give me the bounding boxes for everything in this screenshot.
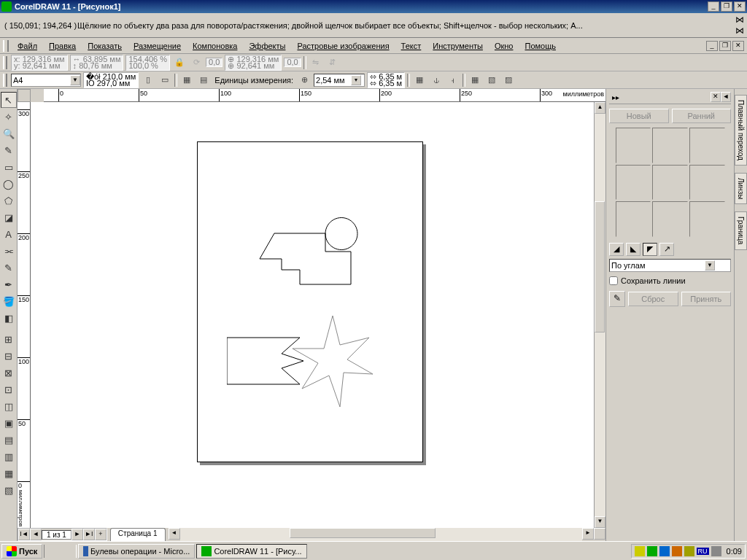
keep-lines-input[interactable]	[609, 276, 618, 285]
eyedropper-tool[interactable]: ✎	[1, 260, 17, 276]
eyedropper-button[interactable]: ✎	[609, 291, 625, 307]
taskbar-task-corel[interactable]: CorelDRAW 11 - [Рису...	[196, 544, 306, 559]
language-indicator[interactable]: RU	[697, 548, 709, 555]
clock[interactable]: 0:09	[724, 547, 742, 556]
paper-size-combo[interactable]: ▼	[11, 74, 81, 87]
menu-effects[interactable]: Эффекты	[243, 40, 291, 52]
scroll-up-button[interactable]: ▲	[595, 102, 605, 114]
opt2-button[interactable]: ▧	[484, 73, 499, 88]
tray-icon[interactable]	[711, 546, 721, 556]
dropdown-arrow-icon[interactable]: ▼	[705, 260, 715, 271]
next-page-button[interactable]: ►	[71, 529, 83, 540]
tray-icon[interactable]	[635, 546, 645, 556]
menu-edit[interactable]: Правка	[43, 40, 82, 52]
scroll-v-thumb[interactable]	[595, 201, 605, 332]
scroll-h-track[interactable]	[180, 528, 582, 541]
text-tool[interactable]: A	[1, 226, 17, 242]
apply-button[interactable]: Принять	[681, 292, 732, 306]
quicklaunch-item[interactable]	[61, 545, 74, 558]
page-tab[interactable]: Страница 1	[110, 528, 166, 541]
mdi-close-button[interactable]: ✕	[732, 41, 744, 51]
last-page-button[interactable]: ►I	[83, 529, 95, 540]
scrollbar-vertical[interactable]: ▲ ▼	[594, 102, 605, 528]
page-layout2-button[interactable]: ▤	[196, 73, 211, 88]
menu-help[interactable]: Помощь	[519, 40, 562, 52]
menu-tools[interactable]: Инструменты	[427, 40, 489, 52]
add-page-button[interactable]: +	[95, 529, 107, 540]
toolbar-grip[interactable]	[3, 56, 7, 69]
extra-tool-2[interactable]: ⊟	[1, 348, 17, 364]
landscape-button[interactable]: ▭	[158, 73, 172, 88]
extra-tool-3[interactable]: ⊠	[1, 365, 17, 381]
extra-tool-6[interactable]: ▣	[1, 415, 17, 431]
page-dimensions[interactable]: �ół 210,0 мм IŌ 297,0 мм	[83, 72, 139, 88]
corner-style-combo[interactable]: ▼	[609, 259, 731, 272]
drawing-viewport[interactable]	[31, 102, 594, 528]
close-button[interactable]: ✕	[734, 1, 746, 12]
portrait-button[interactable]: ▯	[141, 73, 155, 88]
freehand-tool[interactable]: ✎	[1, 142, 17, 158]
rectangle-tool[interactable]: ▭	[1, 159, 17, 175]
interactive-fill-tool[interactable]: ◧	[1, 310, 17, 326]
docker-early-button[interactable]: Ранний	[672, 109, 732, 123]
extra-tool-4[interactable]: ⊡	[1, 381, 17, 397]
menu-bitmaps[interactable]: Растровые изображения	[291, 40, 395, 52]
tray-icon[interactable]	[672, 546, 682, 556]
preset-cell[interactable]	[616, 128, 651, 163]
shape-combined-top[interactable]	[256, 215, 358, 288]
shape-tool[interactable]: ✧	[1, 109, 17, 125]
opt3-button[interactable]: ▨	[501, 73, 516, 88]
menu-file[interactable]: Файл	[12, 40, 43, 52]
preset-grid[interactable]	[616, 128, 725, 237]
bowtie-icon[interactable]: ⋈	[735, 15, 744, 25]
quicklaunch-item[interactable]	[47, 545, 60, 558]
docker-new-button[interactable]: Новый	[609, 109, 669, 123]
zoom-tool[interactable]: 🔍	[1, 125, 17, 141]
mdi-minimize-button[interactable]: _	[706, 41, 718, 51]
opt1-button[interactable]: ▦	[468, 73, 482, 88]
toolbar-grip[interactable]	[3, 40, 9, 52]
prev-page-button[interactable]: ◄	[30, 529, 42, 540]
taskbar-task-word[interactable]: Булевы операции - Micro...	[78, 544, 195, 559]
extra-tool-9[interactable]: ▦	[1, 465, 17, 481]
reset-button[interactable]: Сброс	[628, 292, 678, 306]
tray-icon[interactable]	[684, 546, 694, 556]
ruler-origin[interactable]	[18, 89, 31, 102]
menu-view[interactable]: Показать	[82, 40, 128, 52]
size-grip[interactable]	[594, 528, 605, 540]
extra-tool-7[interactable]: ▤	[1, 432, 17, 448]
shape-star[interactable]	[289, 316, 376, 411]
preset-cell[interactable]	[689, 201, 725, 237]
snap-button[interactable]: ▦	[412, 73, 427, 88]
preset-cell[interactable]	[652, 128, 688, 163]
preset-cell[interactable]	[616, 165, 651, 201]
scrollbar-horizontal[interactable]: ◄ ►	[169, 528, 594, 541]
tray-icon[interactable]	[659, 546, 670, 556]
corner-mode-3[interactable]: ◤	[643, 243, 657, 256]
scroll-v-track[interactable]	[595, 114, 605, 516]
snap3-button[interactable]: ⫞	[446, 73, 460, 88]
scroll-down-button[interactable]: ▼	[595, 516, 605, 528]
corner-mode-2[interactable]: ◣	[626, 243, 640, 256]
bowtie-icon[interactable]: ⋈	[735, 26, 744, 36]
outline-tool[interactable]: ✒	[1, 276, 17, 292]
fill-tool[interactable]: 🪣	[1, 293, 17, 309]
preset-cell[interactable]	[652, 201, 688, 237]
basic-shapes-tool[interactable]: ◪	[1, 209, 17, 225]
preset-cell[interactable]	[616, 201, 651, 237]
docker-collapse-icon[interactable]: ▸▸	[609, 93, 622, 101]
minimize-button[interactable]: _	[708, 1, 719, 12]
tray-icon[interactable]	[647, 546, 657, 556]
extra-tool-5[interactable]: ◫	[1, 398, 17, 414]
start-button[interactable]: Пуск	[1, 544, 42, 559]
menu-layout[interactable]: Компоновка	[187, 40, 243, 52]
preset-cell[interactable]	[652, 165, 688, 201]
scroll-h-thumb[interactable]	[290, 528, 436, 538]
ellipse-tool[interactable]: ◯	[1, 176, 17, 192]
spinner-icon[interactable]: ▾	[351, 75, 361, 85]
toolbar-grip[interactable]	[3, 74, 7, 87]
scroll-left-button[interactable]: ◄	[169, 528, 180, 540]
menu-arrange[interactable]: Размещение	[128, 40, 187, 52]
docker-menu-button[interactable]: ◄	[721, 92, 731, 102]
duplicate-offset[interactable]: ⬄ 6,35 м ⬄ 6,35 м	[367, 72, 405, 88]
